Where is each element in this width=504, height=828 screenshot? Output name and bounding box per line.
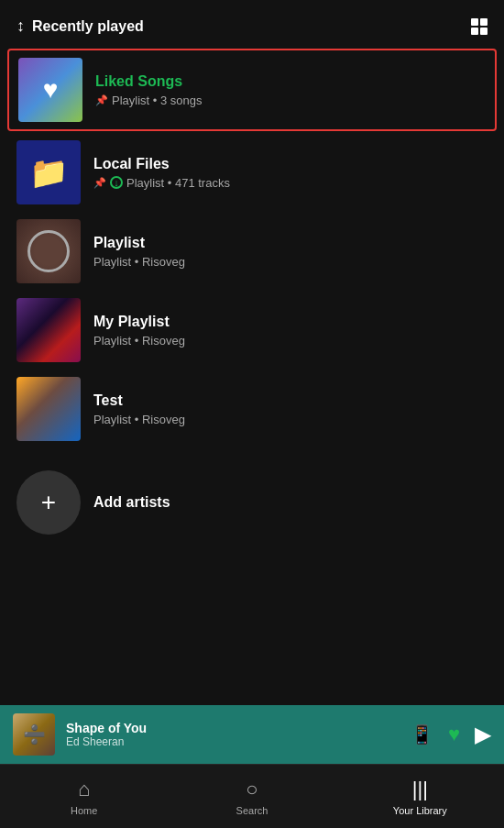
bottom-navigation: ⌂ Home ○ Search ||| Your Library <box>0 764 504 828</box>
add-artists-label: Add artists <box>93 494 170 511</box>
header-title: Recently played <box>32 18 144 35</box>
heart-icon[interactable]: ♥ <box>448 723 460 746</box>
playlist-subtitle: Playlist • Risoveg <box>93 255 488 269</box>
liked-songs-info: Liked Songs 📌 Playlist • 3 songs <box>95 73 486 107</box>
my-playlist-subtitle: Playlist • Risoveg <box>93 334 488 348</box>
playlist-image <box>16 219 81 283</box>
pin-icon: 📌 <box>95 94 108 106</box>
my-playlist-title: My Playlist <box>93 314 488 330</box>
now-playing-controls: 📱 ♥ ▶ <box>411 722 491 747</box>
local-files-subtitle: 📌 ↓ Playlist • 471 tracks <box>93 176 488 190</box>
test-image <box>16 377 81 441</box>
add-circle: + <box>16 470 81 535</box>
nav-item-home[interactable]: ⌂ Home <box>0 770 168 823</box>
list-item[interactable]: Test Playlist • Risoveg <box>0 370 504 448</box>
liked-songs-title: Liked Songs <box>95 73 486 90</box>
my-playlist-image <box>16 298 81 362</box>
now-playing-thumbnail: ➗ <box>13 713 55 756</box>
list-item[interactable]: 📁 Local Files 📌 ↓ Playlist • 471 tracks <box>0 133 504 212</box>
playlist-title: Playlist <box>93 235 488 251</box>
add-artists-item[interactable]: + Add artists <box>0 456 504 549</box>
header-left: ↕ Recently played <box>16 17 144 36</box>
local-files-thumbnail: 📁 <box>16 140 81 204</box>
list-item[interactable]: My Playlist Playlist • Risoveg <box>0 291 504 370</box>
my-playlist-thumbnail <box>16 298 81 362</box>
folder-icon: 📁 <box>29 154 68 191</box>
home-label: Home <box>71 805 97 816</box>
home-icon: ⌂ <box>78 778 90 801</box>
playlist-thumbnail <box>16 219 81 283</box>
grid-view-icon[interactable] <box>471 18 488 35</box>
now-playing-bar[interactable]: ➗ Shape of You Ed Sheeran 📱 ♥ ▶ <box>0 705 504 764</box>
test-title: Test <box>93 392 488 409</box>
liked-songs-thumbnail: ♥ <box>18 58 82 122</box>
local-files-info: Local Files 📌 ↓ Playlist • 471 tracks <box>93 156 488 190</box>
liked-songs-subtitle: 📌 Playlist • 3 songs <box>95 94 486 107</box>
play-icon[interactable]: ▶ <box>475 722 491 747</box>
test-subtitle: Playlist • Risoveg <box>93 413 488 426</box>
now-playing-title: Shape of You <box>66 721 400 735</box>
download-icon: ↓ <box>110 176 123 189</box>
test-thumbnail <box>16 377 81 441</box>
header: ↕ Recently played <box>0 0 504 47</box>
now-playing-info: Shape of You Ed Sheeran <box>66 721 400 748</box>
list-item[interactable]: ♥ Liked Songs 📌 Playlist • 3 songs <box>7 49 497 131</box>
search-icon: ○ <box>246 778 257 801</box>
plus-icon: + <box>41 488 56 517</box>
now-playing-artist: Ed Sheeran <box>66 735 400 748</box>
list-item[interactable]: Playlist Playlist • Risoveg <box>0 212 504 291</box>
device-icon[interactable]: 📱 <box>411 723 433 745</box>
sort-icon[interactable]: ↕ <box>16 17 25 36</box>
local-files-title: Local Files <box>93 156 488 172</box>
test-info: Test Playlist • Risoveg <box>93 392 488 426</box>
playlist-info: Playlist Playlist • Risoveg <box>93 235 488 269</box>
nav-item-search[interactable]: ○ Search <box>168 770 335 823</box>
pin-icon: 📌 <box>93 177 106 189</box>
heart-icon: ♥ <box>43 75 59 105</box>
now-playing-image: ➗ <box>13 713 55 756</box>
library-list: ♥ Liked Songs 📌 Playlist • 3 songs 📁 Loc… <box>0 49 504 448</box>
my-playlist-info: My Playlist Playlist • Risoveg <box>93 314 488 348</box>
nav-item-library[interactable]: ||| Your Library <box>336 770 504 823</box>
library-label: Your Library <box>393 805 447 816</box>
search-label: Search <box>236 805 268 816</box>
library-icon: ||| <box>412 778 428 801</box>
